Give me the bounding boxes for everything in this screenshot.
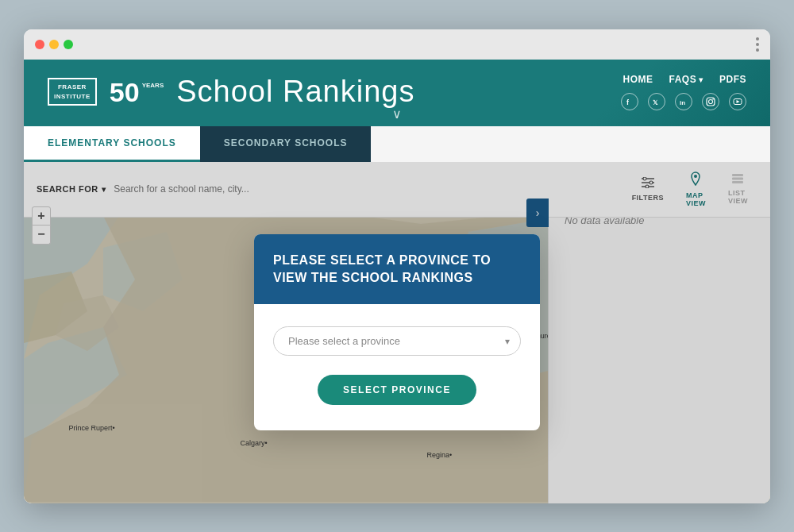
tabs-bar: ELEMENTARY SCHOOLS SECONDARY SCHOOLS xyxy=(24,126,770,162)
header-nav: HOME FAQS PDFS f 𝕏 in xyxy=(621,74,746,110)
svg-text:f: f xyxy=(626,98,630,106)
nav-home[interactable]: HOME xyxy=(623,74,653,85)
instagram-icon[interactable] xyxy=(702,93,719,110)
content-area: SEARCH FOR ▾ FILTERS MAPVIEW xyxy=(24,162,770,503)
youtube-icon[interactable] xyxy=(729,93,746,110)
modal-body: Please select a province Alberta British… xyxy=(254,304,540,430)
svg-point-4 xyxy=(709,99,713,103)
social-icons: f 𝕏 in xyxy=(621,93,746,110)
province-select[interactable]: Please select a province Alberta British… xyxy=(273,326,521,356)
linkedin-icon[interactable]: in xyxy=(675,93,692,110)
browser-window: FRASER INSTITUTE 50 YEARS School Ranking… xyxy=(24,29,770,503)
province-select-modal: PLEASE SELECT A PROVINCE TO VIEW THE SCH… xyxy=(254,234,540,431)
fraser-logo: FRASER INSTITUTE xyxy=(48,78,97,106)
minimize-dot[interactable] xyxy=(49,40,59,49)
header-left: FRASER INSTITUTE 50 YEARS School Ranking… xyxy=(48,75,414,109)
modal-title: PLEASE SELECT A PROVINCE TO VIEW THE SCH… xyxy=(273,252,521,287)
tab-secondary[interactable]: SECONDARY SCHOOLS xyxy=(200,126,372,162)
logo-years: YEARS xyxy=(142,82,164,90)
browser-chrome xyxy=(24,29,770,60)
province-select-wrapper: Please select a province Alberta British… xyxy=(273,326,521,356)
nav-faqs[interactable]: FAQS xyxy=(669,74,703,85)
header-chevron[interactable]: ∨ xyxy=(392,106,402,121)
site-header: FRASER INSTITUTE 50 YEARS School Ranking… xyxy=(24,60,770,126)
modal-overlay: PLEASE SELECT A PROVINCE TO VIEW THE SCH… xyxy=(24,162,770,503)
svg-marker-7 xyxy=(737,100,740,103)
tab-elementary[interactable]: ELEMENTARY SCHOOLS xyxy=(24,126,200,162)
modal-header: PLEASE SELECT A PROVINCE TO VIEW THE SCH… xyxy=(254,234,540,305)
maximize-dot[interactable] xyxy=(64,40,73,49)
svg-text:in: in xyxy=(680,99,685,106)
nav-links: HOME FAQS PDFS xyxy=(623,74,746,85)
site-title: School Rankings xyxy=(176,75,414,109)
window-controls xyxy=(35,40,73,49)
nav-pdfs[interactable]: PDFS xyxy=(719,74,746,85)
facebook-icon[interactable]: f xyxy=(621,93,638,110)
close-dot[interactable] xyxy=(35,40,44,49)
select-province-button[interactable]: SELECT PROVINCE xyxy=(318,375,476,405)
svg-text:𝕏: 𝕏 xyxy=(653,99,658,106)
twitter-icon[interactable]: 𝕏 xyxy=(648,93,665,110)
logo-50-number: 50 xyxy=(110,79,140,106)
logo-50: 50 YEARS xyxy=(110,79,164,106)
svg-point-5 xyxy=(712,98,714,100)
browser-menu-icon[interactable] xyxy=(756,37,759,52)
